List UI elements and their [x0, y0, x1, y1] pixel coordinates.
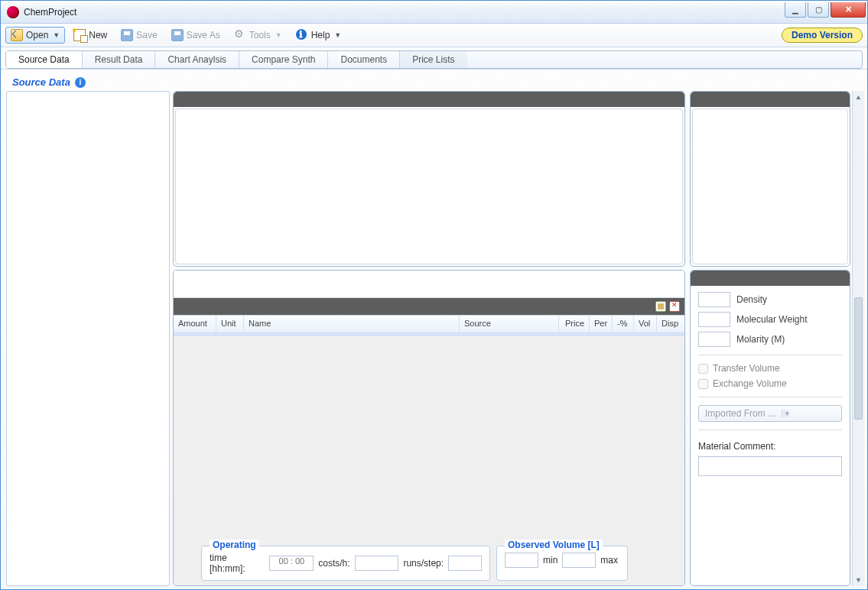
- structure-panel-small: [690, 91, 850, 267]
- imported-from-label: Imported From ...: [705, 408, 775, 419]
- imported-from-button[interactable]: Imported From ... ▾: [698, 405, 842, 422]
- min-label: min: [543, 555, 558, 566]
- chevron-down-icon: ▼: [275, 31, 282, 39]
- minimize-button[interactable]: ▁: [785, 2, 806, 18]
- gear-icon: [234, 29, 246, 41]
- vertical-scrollbar[interactable]: ▲ ▼: [852, 91, 864, 586]
- molarity-input[interactable]: [698, 332, 730, 347]
- save-button[interactable]: Save: [115, 27, 162, 44]
- new-file-icon: [73, 29, 86, 41]
- material-comment-label: Material Comment:: [698, 441, 842, 452]
- tab-source-data[interactable]: Source Data: [6, 51, 83, 68]
- min-input[interactable]: [505, 553, 538, 568]
- observed-volume-fieldset: Observed Volume [L] min max: [496, 546, 628, 581]
- app-window: ChemProject ▁ ▢ ✕ Open ▼ New Save Save A…: [0, 0, 868, 590]
- bottom-fieldsets: Operating time [hh:mm]: 00 : 00 costs/h:…: [174, 541, 684, 585]
- chevron-down-icon: ▼: [53, 31, 60, 39]
- time-label: time [hh:mm]:: [210, 553, 265, 574]
- maximize-button[interactable]: ▢: [808, 2, 829, 18]
- save-icon: [121, 29, 133, 41]
- col-per[interactable]: Per: [590, 316, 613, 332]
- close-button[interactable]: ✕: [831, 2, 866, 18]
- col-unit[interactable]: Unit: [216, 316, 244, 332]
- save-as-icon: [171, 29, 184, 41]
- scroll-thumb[interactable]: [854, 297, 863, 420]
- delete-icon[interactable]: [669, 301, 680, 312]
- mw-input[interactable]: [698, 312, 730, 327]
- window-buttons: ▁ ▢ ✕: [783, 2, 866, 18]
- operating-legend: Operating: [210, 540, 259, 550]
- open-label: Open: [26, 30, 48, 41]
- max-input[interactable]: [562, 553, 596, 568]
- close-icon: ✕: [845, 5, 852, 15]
- app-icon: [7, 6, 19, 18]
- section-header: Source Data i: [6, 73, 864, 91]
- save-as-button[interactable]: Save As: [166, 27, 226, 44]
- runs-input[interactable]: [448, 556, 482, 571]
- chevron-down-icon: ▼: [334, 31, 341, 39]
- tools-label: Tools: [249, 30, 271, 41]
- tab-chart-analysis[interactable]: Chart Anaylsis: [155, 51, 239, 68]
- panel-header-bar: [174, 92, 684, 107]
- grid-header: Amount Unit Name Source Price Per -% Vol…: [174, 315, 684, 333]
- materials-grid-panel: Amount Unit Name Source Price Per -% Vol…: [173, 270, 685, 586]
- panel-header-bar: [691, 271, 850, 286]
- save-label: Save: [136, 30, 157, 41]
- max-label: max: [600, 555, 618, 566]
- tab-result-data[interactable]: Result Data: [83, 51, 156, 68]
- info-icon[interactable]: i: [75, 77, 86, 88]
- tree-panel[interactable]: [6, 91, 170, 586]
- scroll-up-icon[interactable]: ▲: [853, 91, 864, 103]
- col-vol[interactable]: Vol: [634, 316, 657, 332]
- panel-header-bar: [691, 92, 850, 107]
- paste-icon[interactable]: [655, 301, 666, 312]
- col-disp[interactable]: Disp: [657, 316, 684, 332]
- client-area: Source Data i: [1, 70, 867, 589]
- grid-action-bar: [174, 298, 684, 315]
- col-price[interactable]: Price: [559, 316, 590, 332]
- col-source[interactable]: Source: [460, 316, 559, 332]
- observed-legend: Observed Volume [L]: [505, 540, 603, 550]
- exchange-volume-input[interactable]: [698, 379, 708, 389]
- structure-panel-large: [173, 91, 685, 267]
- title-bar: ChemProject ▁ ▢ ✕: [1, 1, 867, 24]
- help-button[interactable]: Help ▼: [291, 27, 347, 44]
- tab-price-lists[interactable]: Price Lists: [400, 51, 467, 68]
- density-input[interactable]: [698, 292, 730, 307]
- save-as-label: Save As: [187, 30, 220, 41]
- col-amount[interactable]: Amount: [174, 316, 216, 332]
- col-name[interactable]: Name: [244, 316, 460, 332]
- transfer-volume-input[interactable]: [698, 364, 708, 374]
- exchange-volume-label: Exchange Volume: [713, 378, 787, 389]
- new-button[interactable]: New: [68, 27, 112, 44]
- scroll-down-icon[interactable]: ▼: [853, 574, 864, 586]
- transfer-volume-label: Transfer Volume: [713, 363, 780, 374]
- tools-button[interactable]: Tools ▼: [229, 27, 288, 44]
- open-button[interactable]: Open ▼: [5, 27, 65, 44]
- operating-fieldset: Operating time [hh:mm]: 00 : 00 costs/h:…: [201, 546, 490, 581]
- section-title: Source Data: [12, 76, 70, 88]
- properties-panel: Density Molecular Weight Molarity (M): [690, 270, 850, 586]
- maximize-icon: ▢: [815, 5, 822, 14]
- demo-version-badge: Demo Version: [782, 28, 863, 43]
- costs-input[interactable]: [355, 556, 399, 571]
- structure-canvas-small[interactable]: [692, 109, 848, 264]
- transfer-volume-checkbox[interactable]: Transfer Volume: [698, 363, 842, 374]
- new-label: New: [89, 30, 107, 41]
- density-label: Density: [736, 294, 767, 305]
- toolbar: Open ▼ New Save Save As Tools ▼ Help ▼ D…: [1, 24, 867, 47]
- structure-canvas[interactable]: [175, 109, 683, 264]
- minimize-icon: ▁: [792, 5, 798, 14]
- tab-compare-synth[interactable]: Compare Synth: [239, 51, 328, 68]
- col-pct[interactable]: -%: [613, 316, 634, 332]
- grid-toolbar-blank: [174, 271, 684, 298]
- runs-label: runs/step:: [403, 558, 444, 569]
- material-comment-input[interactable]: [698, 456, 842, 476]
- molarity-label: Molarity (M): [736, 334, 785, 345]
- grid-body[interactable]: [174, 336, 684, 541]
- time-input[interactable]: 00 : 00: [269, 556, 314, 571]
- exchange-volume-checkbox[interactable]: Exchange Volume: [698, 378, 842, 389]
- tab-documents[interactable]: Documents: [328, 51, 400, 68]
- help-label: Help: [311, 30, 330, 41]
- window-title: ChemProject: [24, 7, 783, 18]
